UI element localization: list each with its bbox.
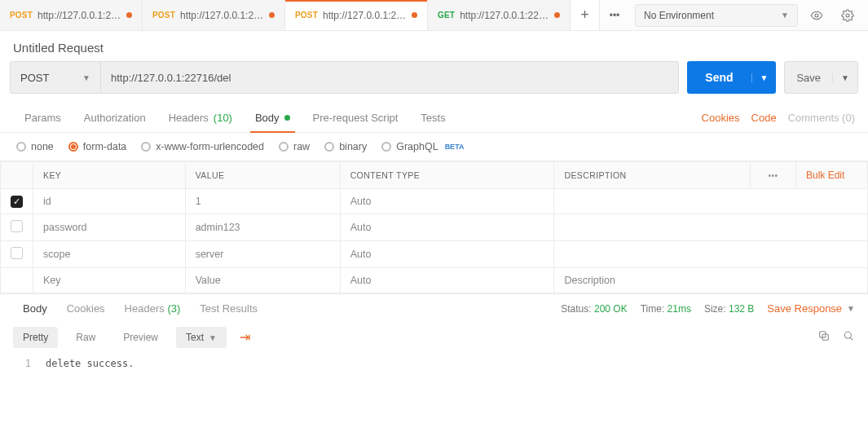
new-tab-button[interactable]: + bbox=[571, 0, 600, 30]
cell-key[interactable]: scope bbox=[33, 241, 186, 268]
col-actions[interactable]: ••• bbox=[751, 162, 796, 189]
resp-tab-body[interactable]: Body bbox=[13, 302, 57, 315]
bodytype-none[interactable]: none bbox=[16, 141, 54, 152]
view-preview[interactable]: Preview bbox=[113, 327, 168, 348]
response-body[interactable]: 1 delete success. bbox=[0, 353, 868, 381]
environment-quicklook-button[interactable] bbox=[804, 4, 829, 27]
cell-desc-ph[interactable]: Description bbox=[554, 268, 868, 293]
url-input[interactable] bbox=[101, 61, 679, 94]
unsaved-dot-icon bbox=[554, 12, 560, 18]
cell-desc[interactable] bbox=[554, 241, 868, 268]
send-button[interactable]: Send ▼ bbox=[687, 61, 776, 94]
col-value: VALUE bbox=[185, 162, 340, 189]
request-tab[interactable]: POSThttp://127.0.0.1:227… bbox=[143, 0, 285, 30]
request-tab[interactable]: POSThttp://127.0.0.1:227… bbox=[0, 0, 143, 30]
chevron-down-icon: ▼ bbox=[781, 11, 789, 20]
tab-bar: POSThttp://127.0.0.1:227…POSThttp://127.… bbox=[0, 0, 868, 31]
method-selector-label: POST bbox=[20, 72, 49, 84]
cell-ctype-ph[interactable]: Auto bbox=[340, 268, 554, 293]
cell-ctype[interactable]: Auto bbox=[340, 214, 554, 241]
table-row[interactable]: ✓ id 1 Auto bbox=[1, 189, 868, 214]
comments-link[interactable]: Comments (0) bbox=[788, 112, 855, 124]
environment-selector[interactable]: No Environment ▼ bbox=[635, 4, 798, 27]
request-tab[interactable]: GEThttp://127.0.0.1:22271… bbox=[428, 0, 571, 30]
bodytype-binary[interactable]: binary bbox=[324, 141, 367, 152]
col-desc: DESCRIPTION bbox=[554, 162, 751, 189]
tab-label: http://127.0.0.1:227… bbox=[180, 10, 264, 21]
settings-button[interactable] bbox=[835, 4, 860, 27]
tab-label: http://127.0.0.1:22271… bbox=[460, 10, 549, 21]
cell-key[interactable]: id bbox=[33, 189, 186, 214]
method-selector[interactable]: POST ▼ bbox=[10, 61, 101, 94]
unsaved-dot-icon bbox=[269, 12, 275, 18]
row-checkbox[interactable]: ✓ bbox=[11, 196, 23, 208]
tab-prerequest[interactable]: Pre-request Script bbox=[302, 104, 410, 132]
view-type-select[interactable]: Text▼ bbox=[176, 327, 227, 348]
formdata-table: KEY VALUE CONTENT TYPE DESCRIPTION ••• B… bbox=[0, 161, 868, 293]
tab-label: http://127.0.0.1:227… bbox=[37, 10, 121, 21]
view-pretty[interactable]: Pretty bbox=[13, 327, 58, 348]
col-key: KEY bbox=[33, 162, 186, 189]
table-row[interactable]: scope server Auto bbox=[1, 241, 868, 268]
resp-size: 132 B bbox=[729, 303, 754, 315]
tab-headers[interactable]: Headers (10) bbox=[157, 104, 244, 132]
cell-value[interactable]: admin123 bbox=[185, 214, 340, 241]
bodytype-graphql[interactable]: GraphQLBETA bbox=[381, 141, 464, 152]
bodytype-xwww[interactable]: x-www-form-urlencoded bbox=[141, 141, 264, 152]
cell-key-ph[interactable]: Key bbox=[33, 268, 186, 293]
request-title[interactable]: Untitled Request bbox=[0, 31, 868, 61]
tab-body[interactable]: Body bbox=[244, 104, 302, 132]
svg-point-4 bbox=[844, 332, 851, 338]
bodytype-raw[interactable]: raw bbox=[279, 141, 310, 152]
line-number: 1 bbox=[13, 358, 46, 369]
resp-time: 21ms bbox=[668, 303, 691, 315]
tab-method: POST bbox=[295, 11, 318, 20]
tab-params[interactable]: Params bbox=[13, 104, 73, 132]
tab-tests[interactable]: Tests bbox=[409, 104, 456, 132]
col-ctype: CONTENT TYPE bbox=[340, 162, 554, 189]
resp-status: 200 OK bbox=[594, 303, 628, 315]
cookies-link[interactable]: Cookies bbox=[702, 112, 740, 124]
resp-tab-headers[interactable]: Headers (3) bbox=[115, 302, 191, 315]
cell-value-ph[interactable]: Value bbox=[185, 268, 340, 293]
tab-authorization[interactable]: Authorization bbox=[73, 104, 157, 132]
code-link[interactable]: Code bbox=[751, 112, 777, 124]
cell-value[interactable]: server bbox=[185, 241, 340, 268]
send-dropdown[interactable]: ▼ bbox=[751, 73, 777, 82]
cell-ctype[interactable]: Auto bbox=[340, 189, 554, 214]
save-button[interactable]: Save ▼ bbox=[784, 61, 858, 94]
tab-label: http://127.0.0.1:227… bbox=[323, 10, 407, 21]
bodytype-formdata[interactable]: form-data bbox=[68, 141, 127, 152]
environment-label: No Environment bbox=[644, 10, 714, 21]
save-response-button[interactable]: Save Response▼ bbox=[767, 302, 855, 315]
tabs-overflow-button[interactable]: ••• bbox=[600, 0, 629, 30]
save-button-label: Save bbox=[785, 72, 832, 84]
search-response-icon[interactable] bbox=[842, 329, 855, 345]
tab-method: POST bbox=[10, 11, 33, 20]
body-changed-dot bbox=[284, 115, 290, 121]
view-raw[interactable]: Raw bbox=[66, 327, 105, 348]
row-checkbox[interactable] bbox=[11, 220, 23, 232]
resp-tab-cookies[interactable]: Cookies bbox=[57, 302, 115, 315]
chevron-down-icon: ▼ bbox=[847, 304, 855, 313]
resp-tab-tests[interactable]: Test Results bbox=[190, 302, 267, 315]
col-check bbox=[1, 162, 33, 189]
cell-value[interactable]: 1 bbox=[185, 189, 340, 214]
unsaved-dot-icon bbox=[412, 12, 417, 18]
cell-desc[interactable] bbox=[554, 189, 868, 214]
response-text: delete success. bbox=[46, 358, 134, 369]
svg-point-1 bbox=[846, 14, 849, 17]
table-row-new[interactable]: Key Value Auto Description bbox=[1, 268, 868, 293]
bulk-edit-link[interactable]: Bulk Edit bbox=[796, 162, 868, 189]
cell-desc[interactable] bbox=[554, 214, 868, 241]
copy-response-icon[interactable] bbox=[817, 329, 831, 345]
cell-ctype[interactable]: Auto bbox=[340, 241, 554, 268]
request-tab[interactable]: POSThttp://127.0.0.1:227… bbox=[285, 0, 428, 30]
wrap-lines-icon[interactable]: ⇥ bbox=[235, 326, 255, 348]
cell-key[interactable]: password bbox=[33, 214, 186, 241]
table-row[interactable]: password admin123 Auto bbox=[1, 214, 868, 241]
tab-method: GET bbox=[438, 11, 455, 20]
row-checkbox[interactable] bbox=[11, 247, 23, 259]
svg-line-5 bbox=[850, 337, 853, 340]
save-dropdown[interactable]: ▼ bbox=[832, 73, 857, 82]
